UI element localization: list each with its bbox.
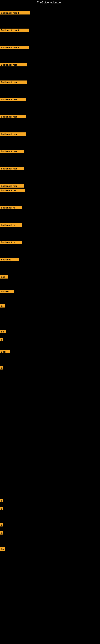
bottleneck-badge-3[interactable]: Bottleneck result [0, 46, 29, 50]
bottleneck-badge-label-20: Bo [0, 330, 6, 333]
bottleneck-badge-label-10: Bottleneck resu [0, 167, 24, 170]
bottleneck-badge-label-12: Bottleneck res [0, 189, 25, 192]
bottleneck-badge-label-16: Bottlenec [0, 258, 19, 261]
bottleneck-badge-4[interactable]: Bottleneck resu [0, 63, 27, 67]
bottleneck-badge-label-25: B [0, 507, 3, 510]
bottleneck-badge-15[interactable]: Bottleneck re [0, 241, 22, 245]
bottleneck-badge-8[interactable]: Bottleneck resu [0, 132, 26, 136]
bottleneck-badge-label-5: Bottleneck resu [0, 80, 27, 84]
bottleneck-badge-label-26: B [0, 523, 3, 526]
bottleneck-badge-10[interactable]: Bottleneck resu [0, 167, 24, 171]
bottleneck-badge-2[interactable]: Bottleneck result [0, 28, 29, 32]
bottleneck-badge-21[interactable]: B [0, 338, 3, 342]
site-title: TheBottlenecker.com [0, 0, 100, 5]
bottleneck-badge-19[interactable]: B [0, 304, 5, 308]
bottleneck-badge-label-24: B [0, 499, 3, 502]
bottleneck-badge-6[interactable]: Bottleneck resu [0, 98, 26, 102]
bottleneck-badge-label-28: Bo [0, 548, 5, 550]
bottleneck-badge-23[interactable]: B [0, 366, 3, 370]
bottleneck-badge-1[interactable]: Bottleneck result [0, 11, 30, 15]
bottleneck-badge-14[interactable]: Bottleneck re [0, 224, 22, 228]
bottleneck-badge-25[interactable]: B [0, 507, 3, 511]
bottleneck-badge-9[interactable]: Bottleneck resu [0, 150, 24, 154]
bottleneck-badge-17[interactable]: Bot [0, 275, 8, 279]
bottleneck-badge-label-23: B [0, 366, 3, 370]
bottleneck-badge-label-22: Bottl [0, 350, 10, 354]
bottleneck-badge-label-14: Bottleneck re [0, 224, 22, 226]
bottleneck-badge-label-18: Bottlen [0, 290, 14, 293]
bottleneck-badge-label-7: Bottleneck resu [0, 115, 26, 118]
bottleneck-badge-label-3: Bottleneck result [0, 46, 29, 49]
bottleneck-badge-label-4: Bottleneck resu [0, 63, 27, 66]
bottleneck-badge-11[interactable]: Bottleneck resu [0, 184, 24, 188]
bottleneck-badge-label-6: Bottleneck resu [0, 98, 26, 101]
bottleneck-badge-24[interactable]: B [0, 499, 3, 503]
bottleneck-badge-18[interactable]: Bottlen [0, 290, 14, 294]
bottleneck-badge-label-1: Bottleneck result [0, 11, 30, 14]
bottleneck-badge-12[interactable]: Bottleneck res [0, 189, 25, 193]
bottleneck-badge-5[interactable]: Bottleneck resu [0, 80, 27, 84]
bottleneck-badge-label-8: Bottleneck resu [0, 132, 26, 136]
bottleneck-badge-22[interactable]: Bottl [0, 350, 10, 354]
bottleneck-badge-label-27: B [0, 531, 3, 534]
bottleneck-badge-label-15: Bottleneck re [0, 241, 22, 244]
bottleneck-badge-label-21: B [0, 338, 3, 341]
bottleneck-badge-7[interactable]: Bottleneck resu [0, 115, 26, 119]
bottleneck-badge-label-11: Bottleneck resu [0, 184, 24, 188]
bottleneck-badge-26[interactable]: B [0, 523, 3, 527]
bottleneck-badge-13[interactable]: Bottleneck re [0, 206, 22, 210]
bottleneck-badge-16[interactable]: Bottlenec [0, 258, 19, 262]
bottleneck-badge-label-17: Bot [0, 275, 8, 278]
bottleneck-badge-label-9: Bottleneck resu [0, 150, 24, 153]
bottleneck-badge-label-19: B [0, 304, 5, 308]
bottleneck-badge-28[interactable]: Bo [0, 548, 5, 552]
bottleneck-badge-27[interactable]: B [0, 531, 3, 535]
bottleneck-badge-20[interactable]: Bo [0, 330, 6, 334]
bottleneck-badge-label-2: Bottleneck result [0, 28, 29, 32]
bottleneck-badge-label-13: Bottleneck re [0, 206, 22, 209]
